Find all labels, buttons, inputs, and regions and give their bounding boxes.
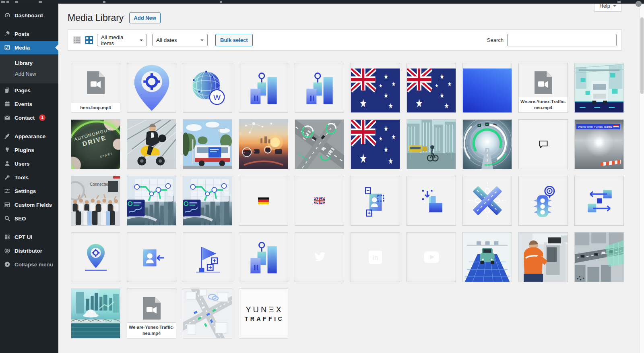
swap-arrows-graphic (575, 176, 623, 225)
media-item-photo-street-cyclist[interactable] (407, 119, 456, 169)
sidebar-item-events[interactable]: Events (0, 97, 58, 111)
media-item-icon-location-pin[interactable] (71, 232, 120, 282)
media-item-photo-escooter-rider[interactable] (127, 119, 176, 169)
media-filename: hero-loop.mp4 (71, 103, 120, 112)
pin-line-graphic (71, 233, 120, 282)
media-item-australia-flag-full[interactable]: ★★★★★★ (351, 119, 400, 169)
media-item-globe-w[interactable]: W (183, 63, 232, 113)
media-item-photo-team-connected[interactable]: Connected (71, 176, 120, 226)
sidebar-item-label: Pages (14, 87, 31, 93)
sidebar-item-appearance[interactable]: Appearance (0, 129, 58, 143)
media-item-photo-city-bus[interactable] (183, 119, 232, 169)
sidebar-item-tools[interactable]: Tools (0, 170, 58, 184)
media-type-filter[interactable]: All media items (97, 34, 147, 46)
media-item-photo-tunnel-banner[interactable]: World with Yunex Traffic (574, 119, 624, 169)
svg-text:★: ★ (435, 83, 438, 88)
media-item-photo-highway-truck[interactable] (574, 63, 624, 113)
media-item-location-pin-target[interactable] (127, 63, 176, 113)
sidebar-item-dashboard[interactable]: Dashboard (0, 8, 58, 22)
media-item-isometric-city-illustration[interactable] (183, 289, 232, 338)
media-item-icon-transfer-arrows[interactable] (574, 176, 624, 226)
pushpin-icon (4, 30, 11, 37)
search-input[interactable] (507, 34, 617, 46)
media-item-photo-field-technician[interactable] (518, 232, 568, 282)
sidebar-subitem-library[interactable]: Library (0, 58, 58, 69)
media-item-photo-sunset-highway[interactable] (239, 119, 288, 169)
media-item-icon-profile-arrow[interactable] (127, 232, 176, 282)
media-item-photo-car-circuit-board[interactable] (462, 232, 512, 282)
sidebar-item-media[interactable]: Media (0, 41, 58, 54)
magnifier-icon (4, 215, 11, 222)
brush-icon (4, 133, 11, 140)
user-icon (4, 160, 11, 167)
media-item-photo-city-green-glass[interactable] (574, 232, 624, 282)
media-item-australia-flag[interactable]: ★★★★★★ (407, 63, 456, 113)
media-item-youtube-logo[interactable] (407, 232, 456, 282)
sidebar-item-pages[interactable]: Pages (0, 83, 58, 97)
admin-bar-icon (103, 1, 105, 3)
media-item-blue-gradient[interactable] (462, 63, 512, 113)
flag-au-boxed-graphic: ★★★★★★ (407, 69, 456, 112)
pin-target-graphic (127, 63, 176, 112)
media-item-twitter-logo[interactable] (295, 232, 344, 282)
media-item-germany-flag[interactable] (239, 176, 288, 226)
sidebar-item-label: SEO (14, 216, 26, 222)
media-item-icon-traffic-light[interactable] (518, 176, 568, 226)
bulk-select-button[interactable]: Bulk select (215, 34, 253, 46)
media-item-photo-city-map-overlay[interactable] (183, 176, 232, 226)
flag-au-full-graphic: ★★★★★★ (351, 120, 400, 169)
date-filter[interactable]: All dates (152, 34, 208, 46)
svg-text:★: ★ (384, 145, 388, 154)
sidebar-item-users[interactable]: Users (0, 157, 58, 170)
add-new-button[interactable]: Add New (129, 12, 161, 23)
calendar-icon (4, 100, 11, 108)
media-item-icon-profile-scan[interactable] (351, 176, 400, 226)
media-item-icon-import-blocks[interactable] (407, 176, 456, 226)
media-item-icon-crossing-roads[interactable] (462, 176, 512, 226)
sidebar-item-label: Media (14, 45, 30, 51)
media-item-video-we-are-yunex[interactable]: We-are-Yunex-Traffic-neu.mp4 (518, 63, 568, 113)
connected-text: Connected (90, 182, 109, 187)
sidebar-item-cpt-ui[interactable]: CPT UI (0, 230, 58, 244)
media-filename: We-are-Yunex-Traffic-neu.mp4 (519, 97, 568, 112)
media-item-city-buildings-pin[interactable] (239, 63, 288, 113)
sidebar-item-distributor[interactable]: Distributor (0, 244, 58, 257)
media-item-australia-flag[interactable]: ★★★★★★ (351, 63, 400, 113)
media-item-photo-tunnel-rings[interactable] (462, 119, 512, 169)
media-item-icon-flag-checkpoints[interactable] (183, 232, 232, 282)
media-item-photo-autonomous-drive-button[interactable]: AUTONOMOUSDRIVESTART (71, 119, 120, 169)
media-item-photo-city-map-overlay[interactable] (127, 176, 176, 226)
sidebar-item-posts[interactable]: Posts (0, 27, 58, 41)
scrollbar[interactable] (640, 4, 644, 353)
list-view-icon[interactable] (73, 36, 81, 44)
sidebar-item-settings[interactable]: Settings (0, 184, 58, 198)
grid-view-icon[interactable] (85, 36, 93, 44)
media-item-video-we-are-yunex[interactable]: We-are-Yunex-Traffic-neu.mp4 (127, 289, 176, 338)
unread-count-badge: 1 (39, 114, 45, 121)
sidebar-item-contact[interactable]: Contact1 (0, 111, 58, 125)
media-item-yunex-traffic-logo[interactable]: YUNΞXTRAFFIC (239, 289, 288, 338)
media-icon (4, 44, 11, 51)
start-text: START (99, 152, 113, 159)
sidebar-item-label: Dashboard (14, 12, 43, 19)
sidebar-item-label: Collapse menu (14, 262, 53, 268)
media-item-photo-city-bridge[interactable] (71, 289, 120, 338)
collapse-arrow-icon (4, 261, 11, 268)
media-item-city-buildings-pin[interactable] (239, 232, 288, 282)
scrollbar-thumb[interactable] (640, 17, 644, 94)
autonomous-drive-text: AUTONOMOUSDRIVE (72, 126, 115, 151)
media-item-city-buildings-pin[interactable] (295, 63, 344, 113)
media-item-video-hero-loop[interactable]: hero-loop.mp4 (71, 63, 120, 113)
media-item-uk-flag[interactable] (295, 176, 344, 226)
media-item-photo-aerial-intersection[interactable] (295, 119, 344, 169)
media-toolbar: All media items All dates Bulk select Se… (68, 29, 622, 51)
sidebar-item-collapse[interactable]: Collapse menu (0, 257, 58, 271)
sidebar-item-seo[interactable]: SEO (0, 212, 58, 225)
sidebar-subitem-add-new[interactable]: Add New (0, 69, 58, 79)
avatar[interactable] (636, 1, 642, 7)
media-item-speech-bubble[interactable] (518, 119, 568, 169)
sidebar-item-plugins[interactable]: Plugins (0, 143, 58, 157)
media-item-linkedin-logo[interactable]: in (351, 232, 400, 282)
sidebar-item-custom-fields[interactable]: Custom Fields (0, 198, 58, 212)
netherlands-flag-icon (613, 125, 619, 129)
